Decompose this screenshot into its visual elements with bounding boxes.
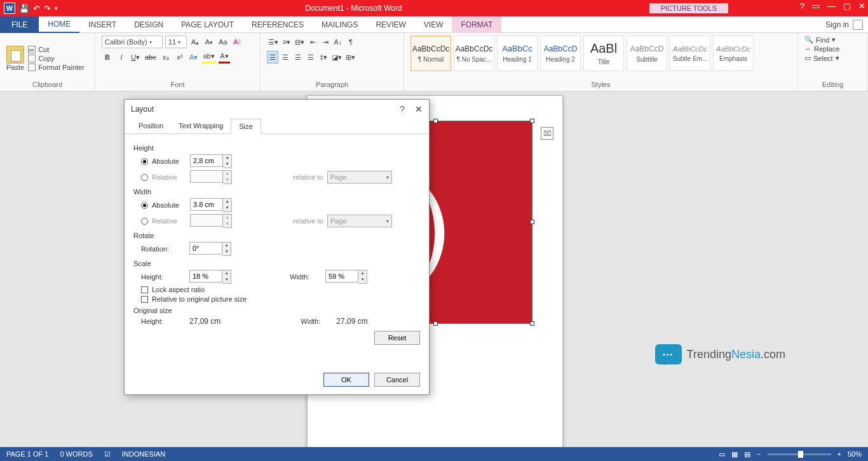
paste-button[interactable]: Paste <box>6 36 24 81</box>
zoom-level[interactable]: 50% <box>848 450 862 458</box>
style-emphasis[interactable]: AaBbCcDcEmphasis <box>713 36 754 71</box>
spinner-up-icon[interactable]: ▴ <box>222 243 231 249</box>
height-absolute-input[interactable] <box>190 154 223 167</box>
tab-file[interactable]: FILE <box>0 17 39 33</box>
shrink-font-button[interactable]: A▾ <box>203 36 215 48</box>
tab-references[interactable]: REFERENCES <box>243 17 313 33</box>
align-right-button[interactable]: ☰ <box>292 51 304 63</box>
borders-button[interactable]: ⊞▾ <box>344 51 356 63</box>
multilevel-button[interactable]: ⊟▾ <box>294 36 306 48</box>
spinner-up-icon[interactable]: ▴ <box>223 199 231 205</box>
status-page[interactable]: PAGE 1 OF 1 <box>6 450 48 458</box>
cut-button[interactable]: ✂Cut <box>28 46 85 53</box>
spinner-down-icon[interactable]: ▾ <box>222 277 231 283</box>
clear-formatting-button[interactable]: A⃠ <box>231 36 243 48</box>
dialog-close-icon[interactable]: ✕ <box>415 104 423 114</box>
subscript-button[interactable]: x₂ <box>160 51 172 63</box>
status-language[interactable]: INDONESIAN <box>122 450 165 458</box>
minimize-icon[interactable]: — <box>827 1 836 11</box>
zoom-thumb[interactable] <box>798 451 803 458</box>
style--normal[interactable]: AaBbCcDc¶ Normal <box>410 36 451 71</box>
spinner-down-icon[interactable]: ▾ <box>223 205 231 211</box>
spinner-down-icon[interactable]: ▾ <box>358 277 367 283</box>
align-left-button[interactable]: ☰ <box>267 51 278 63</box>
maximize-icon[interactable]: ▢ <box>843 1 851 11</box>
view-read-mode-icon[interactable]: ▭ <box>719 450 725 458</box>
numbering-button[interactable]: ≡▾ <box>281 36 292 48</box>
align-center-button[interactable]: ☰ <box>280 51 291 63</box>
change-case-button[interactable]: Aa <box>217 36 229 48</box>
find-button[interactable]: 🔍Find ▾ <box>804 36 861 44</box>
tab-design[interactable]: DESIGN <box>125 17 172 33</box>
tab-format[interactable]: FORMAT <box>452 17 501 33</box>
layout-options-button[interactable]: ⌧ <box>541 127 553 140</box>
spinner-up-icon[interactable]: ▴ <box>222 271 231 277</box>
dialog-titlebar[interactable]: Layout ? ✕ <box>125 100 429 119</box>
tab-view[interactable]: VIEW <box>415 17 452 33</box>
close-icon[interactable]: ✕ <box>858 1 865 11</box>
spinner-down-icon[interactable]: ▾ <box>222 249 231 255</box>
grow-font-button[interactable]: A▴ <box>189 36 201 48</box>
relative-original-checkbox[interactable] <box>141 296 148 303</box>
tab-page-layout[interactable]: PAGE LAYOUT <box>172 17 243 33</box>
resize-handle[interactable] <box>530 220 534 224</box>
format-painter-button[interactable]: Format Painter <box>28 63 85 71</box>
shading-button[interactable]: ◪▾ <box>330 51 343 63</box>
width-absolute-radio[interactable] <box>141 202 148 209</box>
scale-height-input[interactable] <box>189 270 222 283</box>
copy-button[interactable]: Copy <box>28 55 85 62</box>
scale-height-spinner[interactable]: ▴▾ <box>189 270 231 284</box>
word-app-icon[interactable]: W <box>4 3 15 14</box>
rotation-input[interactable] <box>189 242 222 255</box>
tab-review[interactable]: REVIEW <box>367 17 414 33</box>
width-absolute-spinner[interactable]: ▴▾ <box>190 198 232 212</box>
zoom-slider[interactable] <box>768 453 831 455</box>
decrease-indent-button[interactable]: ⇤ <box>307 36 318 48</box>
reset-button[interactable]: Reset <box>374 331 420 345</box>
tab-text-wrapping[interactable]: Text Wrapping <box>171 119 231 133</box>
select-button[interactable]: ▭Select ▾ <box>804 54 861 62</box>
style-heading-1[interactable]: AaBbCcHeading 1 <box>497 36 538 71</box>
status-proofing-icon[interactable]: ☑ <box>104 450 111 458</box>
resize-handle[interactable] <box>530 321 534 326</box>
style-heading-2[interactable]: AaBbCcDHeading 2 <box>540 36 581 71</box>
redo-icon[interactable]: ↷ <box>44 4 51 13</box>
replace-button[interactable]: ↔Replace <box>804 45 861 53</box>
lock-aspect-checkbox[interactable] <box>141 286 148 293</box>
highlight-button[interactable]: ab▾ <box>202 51 216 63</box>
undo-icon[interactable]: ↶ <box>33 4 40 13</box>
view-print-layout-icon[interactable]: ▦ <box>731 450 738 458</box>
tab-size[interactable]: Size <box>231 119 261 134</box>
ribbon-options-icon[interactable]: ▭ <box>812 1 820 11</box>
height-absolute-spinner[interactable]: ▴▾ <box>190 154 232 168</box>
height-relative-radio[interactable] <box>141 174 148 181</box>
scale-width-spinner[interactable]: ▴▾ <box>325 270 367 284</box>
justify-button[interactable]: ☰ <box>305 51 316 63</box>
font-color-button[interactable]: A▾ <box>219 51 230 63</box>
style-title[interactable]: AaBlTitle <box>583 36 624 71</box>
status-words[interactable]: 0 WORDS <box>60 450 92 458</box>
resize-handle[interactable] <box>433 119 438 123</box>
font-name-combo[interactable]: Calibri (Body)▾ <box>102 36 163 48</box>
style-subtle-em-[interactable]: AaBbCcDcSubtle Em... <box>670 36 710 71</box>
superscript-button[interactable]: x² <box>174 51 186 63</box>
strikethrough-button[interactable]: abc <box>144 51 158 63</box>
tab-position[interactable]: Position <box>131 119 171 133</box>
scale-width-input[interactable] <box>325 270 358 283</box>
bold-button[interactable]: B <box>102 51 113 63</box>
spinner-up-icon[interactable]: ▴ <box>358 271 367 277</box>
width-absolute-input[interactable] <box>190 198 223 211</box>
sort-button[interactable]: A↓ <box>332 36 344 48</box>
height-absolute-radio[interactable] <box>141 158 148 165</box>
rotation-spinner[interactable]: ▴▾ <box>189 242 231 256</box>
resize-handle[interactable] <box>530 119 534 123</box>
text-effects-button[interactable]: A▾ <box>188 51 200 63</box>
line-spacing-button[interactable]: ‡▾ <box>318 51 329 63</box>
dialog-help-icon[interactable]: ? <box>400 104 405 114</box>
zoom-in-button[interactable]: + <box>837 450 841 458</box>
width-relative-radio[interactable] <box>141 218 148 225</box>
increase-indent-button[interactable]: ⇥ <box>320 36 331 48</box>
ok-button[interactable]: OK <box>323 373 369 387</box>
sign-in-button[interactable]: Sign in <box>825 20 863 30</box>
spinner-down-icon[interactable]: ▾ <box>223 161 231 168</box>
